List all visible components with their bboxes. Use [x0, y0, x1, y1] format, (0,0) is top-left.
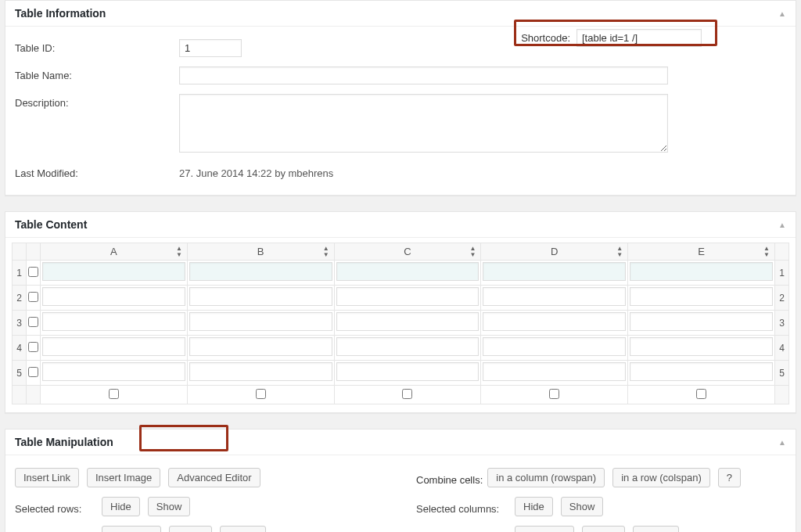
sort-icon[interactable]: ▲▼ [176, 246, 182, 258]
insert-rows-button[interactable]: Insert [169, 526, 212, 532]
annotation-highlight-advanced-editor [139, 425, 228, 451]
panel-header: Table Manipulation ▲ [5, 430, 796, 455]
corner-cell [13, 243, 27, 261]
advanced-editor-button[interactable]: Advanced Editor [168, 468, 260, 487]
table-name-input[interactable] [179, 66, 668, 84]
col-checkbox[interactable] [402, 389, 412, 399]
manipulation-left: Insert Link Insert Image Advanced Editor… [15, 463, 385, 532]
col-head-E[interactable]: E▲▼ [628, 243, 775, 261]
row-number[interactable]: 3 [13, 311, 27, 336]
cell-input[interactable] [42, 337, 185, 356]
cell-input[interactable] [630, 337, 773, 356]
cell-input[interactable] [189, 312, 332, 331]
cell-input[interactable] [42, 362, 185, 381]
col-checkbox[interactable] [696, 389, 706, 399]
row-number[interactable]: 2 [775, 286, 789, 311]
cell-input[interactable] [630, 287, 773, 306]
row-number[interactable]: 5 [775, 361, 789, 386]
selected-columns-label: Selected columns: [416, 503, 510, 515]
combine-cells-label: Combine cells: [416, 474, 483, 486]
collapse-icon[interactable]: ▲ [778, 221, 786, 229]
combine-help-button[interactable]: ? [718, 468, 741, 487]
row-number[interactable]: 5 [13, 361, 27, 386]
row-checkbox[interactable] [28, 342, 38, 352]
cell-input[interactable] [483, 312, 626, 331]
panel-body: Insert Link Insert Image Advanced Editor… [5, 455, 796, 532]
show-cols-button[interactable]: Show [561, 497, 604, 516]
row-checkbox[interactable] [28, 292, 38, 302]
row-number[interactable]: 1 [775, 261, 789, 286]
delete-cols-button[interactable]: Delete [633, 526, 680, 532]
row-number[interactable]: 4 [775, 336, 789, 361]
cell-input[interactable] [336, 312, 480, 331]
colspan-button[interactable]: in a row (colspan) [612, 468, 710, 487]
row-number[interactable]: 3 [775, 311, 789, 336]
table-row: 33 [13, 311, 789, 336]
collapse-icon[interactable]: ▲ [778, 9, 786, 18]
row-number[interactable]: 4 [13, 336, 27, 361]
description-label: Description: [15, 94, 179, 109]
table-row: 55 [13, 361, 789, 386]
duplicate-rows-button[interactable]: Duplicate [102, 526, 161, 532]
table-name-label: Table Name: [15, 66, 179, 81]
insert-image-button[interactable]: Insert Image [87, 468, 160, 487]
table-manipulation-panel: Table Manipulation ▲ Insert Link Insert … [5, 429, 796, 532]
cell-input[interactable] [630, 312, 773, 331]
table-content-panel: Table Content ▲ A▲▼ B▲▼ C▲▼ D▲▼ E▲▼ 1122… [5, 211, 796, 413]
column-checkbox-row [13, 386, 789, 404]
cell-input[interactable] [189, 262, 332, 281]
row-number[interactable]: 2 [13, 286, 27, 311]
col-head-A[interactable]: A▲▼ [41, 243, 188, 261]
panel-title: Table Content [15, 218, 87, 231]
row-checkbox[interactable] [28, 317, 38, 327]
last-modified-label: Last Modified: [15, 164, 179, 179]
sort-icon[interactable]: ▲▼ [323, 246, 329, 258]
row-checkbox[interactable] [28, 367, 38, 377]
cell-input[interactable] [336, 287, 480, 306]
collapse-icon[interactable]: ▲ [778, 438, 786, 447]
corner-cell [27, 243, 41, 261]
panel-header: Table Content ▲ [5, 212, 796, 238]
col-checkbox[interactable] [549, 389, 559, 399]
cell-input[interactable] [42, 287, 185, 306]
delete-rows-button[interactable]: Delete [220, 526, 267, 532]
cell-input[interactable] [483, 287, 626, 306]
col-head-C[interactable]: C▲▼ [334, 243, 481, 261]
cell-input[interactable] [336, 262, 480, 281]
last-modified-value: 27. June 2014 14:22 by mbehrens [179, 164, 786, 179]
cell-input[interactable] [336, 337, 480, 356]
cell-input[interactable] [42, 262, 185, 281]
cell-input[interactable] [189, 287, 332, 306]
cell-input[interactable] [189, 337, 332, 356]
col-head-B[interactable]: B▲▼ [187, 243, 334, 261]
hide-cols-button[interactable]: Hide [515, 497, 553, 516]
table-id-input[interactable] [179, 39, 242, 57]
cell-input[interactable] [483, 337, 626, 356]
corner-cell [775, 243, 789, 261]
hide-rows-button[interactable]: Hide [102, 497, 140, 516]
col-head-D[interactable]: D▲▼ [481, 243, 628, 261]
row-checkbox[interactable] [28, 267, 38, 277]
manipulation-right: Combine cells: in a column (rowspan) in … [416, 463, 786, 532]
sort-icon[interactable]: ▲▼ [616, 246, 623, 258]
cell-input[interactable] [483, 362, 626, 381]
col-checkbox[interactable] [109, 389, 119, 399]
row-number[interactable]: 1 [13, 261, 27, 286]
cell-input[interactable] [42, 312, 185, 331]
panel-title: Table Information [15, 7, 106, 20]
cell-input[interactable] [336, 362, 480, 381]
col-checkbox[interactable] [256, 389, 266, 399]
cell-input[interactable] [483, 262, 626, 281]
cell-input[interactable] [630, 362, 773, 381]
duplicate-cols-button[interactable]: Duplicate [515, 526, 574, 532]
sort-icon[interactable]: ▲▼ [763, 246, 770, 258]
panel-body: Table ID: Table Name: Description: Last … [5, 27, 796, 195]
sort-icon[interactable]: ▲▼ [469, 246, 476, 258]
show-rows-button[interactable]: Show [148, 497, 191, 516]
cell-input[interactable] [630, 262, 773, 281]
description-textarea[interactable] [179, 94, 668, 153]
cell-input[interactable] [189, 362, 332, 381]
insert-link-button[interactable]: Insert Link [15, 468, 79, 487]
rowspan-button[interactable]: in a column (rowspan) [487, 468, 605, 487]
insert-cols-button[interactable]: Insert [582, 526, 625, 532]
